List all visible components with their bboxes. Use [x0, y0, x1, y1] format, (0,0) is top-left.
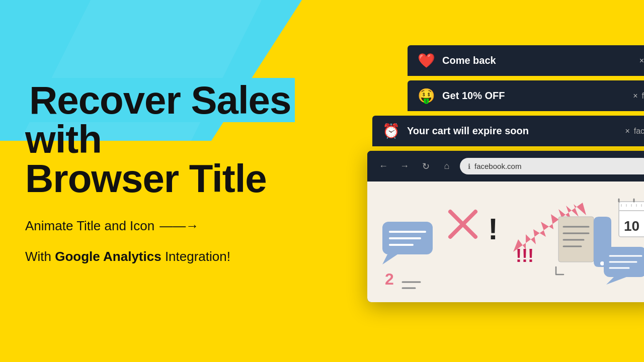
analytics-line: With Google Analytics Integration! [25, 249, 295, 264]
subtitle-text: Animate Title and Icon [25, 218, 154, 234]
main-headline: Recover Sales with Browser Title [25, 80, 295, 198]
browser-illustration: ! !!! [377, 192, 644, 292]
back-button[interactable]: ← [375, 158, 391, 174]
analytics-suffix: Integration! [162, 249, 230, 264]
notif-3-close[interactable]: × [625, 127, 629, 136]
notif-2-close[interactable]: × [633, 92, 637, 101]
notif-discount-text: Get 10% OFF [442, 90, 633, 102]
notification-cart-expire: ⏰ Your cart will expire soon × face [372, 116, 644, 146]
analytics-bold-text: Google Analytics [55, 249, 161, 264]
notif-cart-text: Your cart will expire soon [407, 125, 625, 137]
browser-toolbar: ← → ↻ ⌂ ℹ facebook.com [367, 151, 644, 182]
svg-text:10: 10 [624, 218, 639, 234]
forward-button[interactable]: → [396, 158, 413, 174]
browser-window: ← → ↻ ⌂ ℹ facebook.com ! [367, 151, 644, 302]
left-content-area: Recover Sales with Browser Title Animate… [25, 80, 295, 264]
heart-icon: ❤️ [418, 52, 435, 69]
subtitle-animate: Animate Title and Icon ——→ [25, 218, 295, 234]
svg-point-16 [600, 261, 604, 265]
notif-3-right: × face [625, 127, 644, 136]
notif-1-close[interactable]: × [639, 56, 644, 65]
svg-text:!: ! [488, 212, 498, 246]
notif-2-right: × f [633, 92, 644, 101]
notification-discount: 🤑 Get 10% OFF × f [408, 80, 644, 111]
title-browser-title: Browser Title [25, 156, 267, 201]
address-bar-text: facebook.com [474, 162, 521, 170]
money-emoji-icon: 🤑 [418, 87, 435, 104]
notif-2-site-label: f [642, 92, 644, 101]
notification-come-back: ❤️ Come back × [408, 45, 644, 76]
analytics-prefix: With [25, 249, 55, 264]
arrow-icon: ——→ [159, 218, 199, 234]
title-with: with [25, 117, 102, 161]
notif-1-right: × [639, 56, 644, 65]
browser-content-area: ! !!! [367, 182, 644, 302]
refresh-button[interactable]: ↻ [418, 158, 434, 174]
svg-marker-33 [606, 277, 626, 285]
info-icon: ℹ [468, 162, 470, 170]
svg-marker-5 [382, 254, 397, 264]
home-button[interactable]: ⌂ [439, 158, 455, 174]
alarm-emoji-icon: ⏰ [382, 123, 400, 139]
svg-text:!!!: !!! [516, 245, 534, 266]
svg-text:2: 2 [385, 270, 394, 288]
notif-3-site-label: face [634, 127, 644, 136]
address-bar[interactable]: ℹ facebook.com [460, 158, 644, 174]
notif-come-back-text: Come back [442, 55, 639, 66]
title-highlight-recover: Recover Sales [25, 78, 295, 122]
